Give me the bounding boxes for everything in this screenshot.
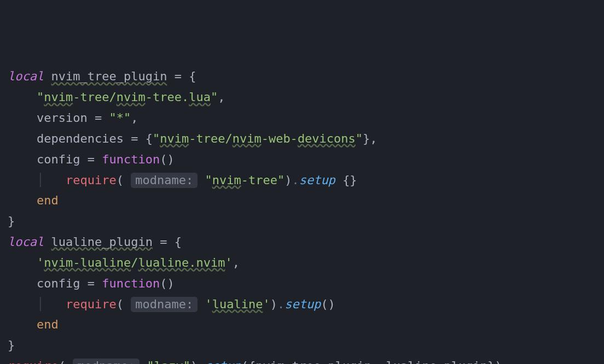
builtin-require: require [8,359,59,364]
string-part: -tree/ [189,132,232,145]
string-part: / [131,256,138,269]
paren-pair: () [160,277,175,290]
code-line: 'nvim-lualine/lualine.nvim', [8,256,240,269]
string-quote: ' [263,297,270,311]
string-part: -web- [262,132,298,145]
string-underlined: lualine.nvim [138,256,225,269]
string-part: -tree/ [73,90,116,104]
operator: = [95,111,102,125]
builtin-require: require [66,173,117,187]
string-underlined: nvim [212,173,241,187]
code-line: end [8,193,59,207]
code-line: "nvim-tree/nvim-tree.lua", [8,90,225,104]
string-quote: ' [225,256,232,269]
string-underlined: nvim [44,90,73,104]
code-line: end [8,318,59,331]
string-quote: " [37,90,44,104]
string-underlined: nvim-lualine [44,256,131,269]
code-line: } [8,214,15,228]
dot: . [292,173,299,187]
code-line: local nvim_tree_plugin = { [8,69,196,83]
paren-close: }) [487,359,502,364]
comma: , [371,359,379,364]
method-call: setup [284,297,321,311]
inlay-hint-modname: modname: [131,297,198,313]
dot: . [277,297,284,311]
dot: . [198,359,205,364]
operator: = [88,277,95,290]
table-key: config [37,277,80,290]
string-underlined: nvim [117,90,146,104]
string-literal: "lazy" [147,359,190,364]
paren-pair: () [321,297,335,311]
string-quote: " [205,173,212,187]
paren-close: ) [270,297,277,311]
code-line: } [8,338,15,352]
string-underlined: nvim [160,132,189,145]
indent-guide: │ [37,173,44,187]
operator: = [88,152,95,166]
paren-open: ( [117,297,124,311]
inlay-hint-modname: modname: [73,359,140,364]
string-quote: ' [205,297,212,311]
paren-open: ( [117,173,124,187]
identifier: nvim_tree_plugin [255,359,371,364]
indent-guide: │ [37,297,44,311]
brace-close: } [8,214,15,228]
paren-pair: () [160,152,175,166]
string-part: -tree. [146,90,189,104]
code-line: │ require( modname: 'lualine').setup() [8,297,335,311]
paren-open: ({ [241,359,256,364]
keyword-local: local [8,69,44,83]
code-line: version = "*", [8,111,138,125]
operator: = [131,132,138,145]
code-line: config = function() [8,277,175,290]
brace-open: { [146,132,153,145]
brace-close: } [8,338,15,352]
code-line: config = function() [8,152,175,166]
string-underlined: devicons [298,132,356,145]
keyword-function: function [102,152,160,166]
string-quote: " [153,132,160,145]
keyword-end: end [37,318,59,331]
comma: , [233,256,240,269]
paren-close: ) [284,173,292,187]
paren-close: ) [190,359,198,364]
brace-open: { [189,69,196,83]
table-key: config [37,152,80,166]
code-line: require( modname: "lazy").setup({nvim_tr… [8,359,502,364]
identifier: nvim_tree_plugin [51,69,167,83]
string-underlined: lua [189,90,211,104]
operator: = [175,69,182,83]
identifier: lualine_plugin [51,235,152,249]
method-call: setup [205,359,241,364]
code-line: local lualine_plugin = { [8,235,182,249]
string-quote: " [211,90,218,104]
string-part: -tree" [241,173,284,187]
method-call: setup [299,173,335,187]
string-quote: " [356,132,363,145]
paren-open: ( [59,359,66,364]
keyword-end: end [37,193,59,207]
identifier: lualine_plugin [386,359,487,364]
keyword-local: local [8,235,44,249]
code-line: dependencies = {"nvim-tree/nvim-web-devi… [8,132,378,145]
builtin-require: require [66,297,117,311]
string-underlined: nvim [233,132,262,145]
inlay-hint-modname: modname: [131,173,198,189]
string-quote: ' [37,256,44,269]
string-underlined: lualine [212,297,263,311]
brace-open: { [175,235,182,249]
code-editor[interactable]: local nvim_tree_plugin = { "nvim-tree/nv… [8,66,596,364]
brace-close: } [363,132,370,145]
comma: , [131,111,138,125]
comma: , [370,132,377,145]
operator: = [160,235,167,249]
comma: , [218,90,225,104]
table-key: dependencies [37,132,124,145]
code-line: │ require( modname: "nvim-tree").setup {… [8,173,357,187]
brace-pair: {} [342,173,357,187]
string-literal: "*" [109,111,131,125]
table-key: version [37,111,88,125]
keyword-function: function [102,277,160,290]
